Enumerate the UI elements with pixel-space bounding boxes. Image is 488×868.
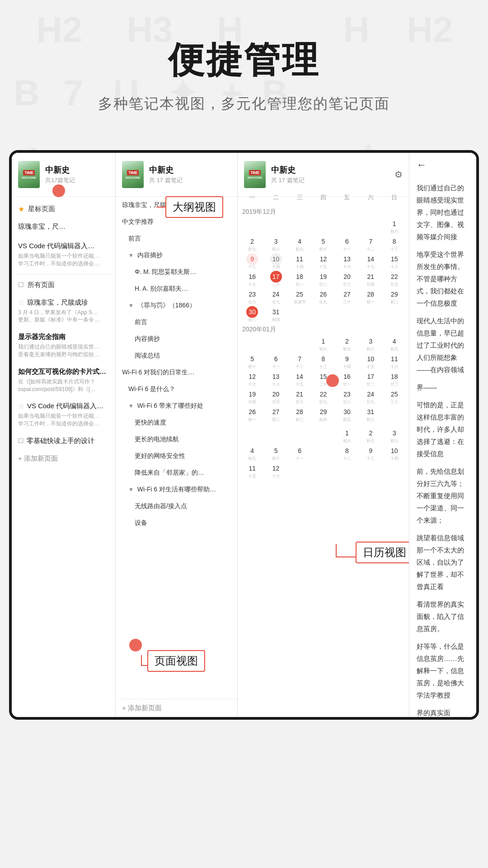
cal-day[interactable]: 23 廿六	[240, 288, 264, 305]
list-item-star-1[interactable]: ☆ 琼瑰非宝，尺牍成珍 3 月 4 日，苹果发布了《App S…更新。新版《标准…	[12, 294, 115, 329]
starred-pages-item[interactable]: ★ 星标页面	[12, 200, 115, 218]
cal-day[interactable]: 6 十一	[288, 444, 311, 462]
outline-item-14[interactable]: 更快的速度	[116, 414, 237, 431]
outline-item-15[interactable]: 更长的电池续航	[116, 431, 237, 448]
cal-day[interactable]: 10 十四	[383, 444, 406, 462]
cal-day[interactable]: 31 初四	[264, 305, 287, 323]
outline-item-4[interactable]: ▼ 内容摘抄	[116, 247, 237, 264]
cal-day[interactable]: 22 廿七	[311, 387, 335, 405]
settings-icon[interactable]: ⚙	[394, 169, 403, 180]
cal-day[interactable]: 26 廿九	[311, 288, 335, 305]
outline-item-11[interactable]: Wi-Fi 6 对我们的日常生…	[116, 364, 237, 381]
cal-day[interactable]: 25 三十	[383, 387, 406, 405]
all-pages-item[interactable]: ☐ 所有页面	[12, 276, 115, 294]
cal-day[interactable]: 30 初三	[240, 305, 264, 323]
cal-day[interactable]: 21 廿四	[359, 270, 382, 288]
cal-day[interactable]: 11 十五	[240, 462, 264, 479]
cal-day[interactable]: 3 初八	[383, 426, 406, 444]
cal-day[interactable]: 27 三十	[335, 288, 359, 305]
add-page-button-2[interactable]: + 添加新页面	[116, 699, 237, 717]
cal-day[interactable]: 10 十五	[359, 352, 382, 370]
cal-day[interactable]: 16 廿一	[335, 370, 359, 387]
cal-day[interactable]: 23 廿八	[335, 387, 359, 405]
outline-item-7[interactable]: ▼ 《罪与罚》（1866）	[116, 297, 237, 314]
cal-day[interactable]: 20 廿五	[264, 387, 287, 405]
cal-day[interactable]: 6 十一	[264, 352, 287, 370]
cal-day[interactable]: 12 十七	[240, 370, 264, 387]
cal-day[interactable]: 11 十四	[288, 252, 311, 270]
outline-item-6[interactable]: H. A. 别尔嘉耶夫…	[116, 280, 237, 297]
cal-day[interactable]: 17 廿二	[359, 370, 382, 387]
cal-day[interactable]: 2 初七	[240, 235, 264, 252]
cal-day[interactable]: 8 十三	[311, 352, 335, 370]
cal-day[interactable]: 19 廿四	[240, 387, 264, 405]
outline-item-12[interactable]: Wi-Fi 6 是什么？	[116, 381, 237, 397]
list-item-display[interactable]: 显示器完全指南 我们通过自己的眼睛感受现实世…受着毫无束缚的视野与绚烂缤纷…	[12, 328, 115, 363]
outline-item-13[interactable]: ▼ Wi-Fi 6 带来了哪些好处	[116, 397, 237, 414]
cal-day[interactable]: 7 十二	[359, 235, 382, 252]
cal-day[interactable]: 30 初五	[335, 405, 359, 423]
cal-day[interactable]: 3 初八	[264, 235, 287, 252]
outline-item-16[interactable]: 更好的网络安全性	[116, 448, 237, 464]
cal-day[interactable]: 11 十六	[383, 352, 406, 370]
cal-day[interactable]: 3 初八	[359, 335, 382, 352]
cal-day[interactable]: 4 初九	[383, 335, 406, 352]
cal-day[interactable]: 19 廿二	[311, 270, 335, 288]
cal-day[interactable]: 9 十四	[335, 352, 359, 370]
cal-day[interactable]: 27 初二	[264, 405, 287, 423]
cal-day[interactable]: 16 十九	[240, 270, 264, 288]
cal-day[interactable]: 18 廿三	[383, 370, 406, 387]
outline-item-18[interactable]: ▼ Wi-Fi 6 对生活有哪些帮助…	[116, 481, 237, 498]
cal-day[interactable]: 5 初十	[264, 444, 287, 462]
cal-day[interactable]: 10 十四	[264, 252, 287, 270]
cal-day[interactable]: 8 十三	[383, 235, 406, 252]
cal-day[interactable]: 14 十七	[359, 252, 382, 270]
cal-day[interactable]: 28 初三	[288, 405, 311, 423]
cal-day[interactable]: 5 初十	[240, 352, 264, 370]
cal-day[interactable]: 18 廿一	[288, 270, 311, 288]
cal-day[interactable]: 24 廿七	[264, 288, 287, 305]
outline-item-17[interactable]: 降低来自「邻居家」的…	[116, 464, 237, 481]
cal-day[interactable]: 21 廿六	[288, 387, 311, 405]
cal-day[interactable]: 17 二十	[264, 270, 287, 288]
list-item-design[interactable]: ☐ 零基础快读上手的设计	[12, 432, 115, 450]
cal-day[interactable]: 8 十二	[335, 444, 359, 462]
cal-day[interactable]: 1 初六	[335, 426, 359, 444]
cal-day[interactable]: 20 廿三	[335, 270, 359, 288]
cal-day[interactable]: 22 廿五	[383, 270, 406, 288]
cal-day[interactable]: 25 圣诞节	[288, 288, 311, 305]
cal-day[interactable]: 29 初二	[383, 288, 406, 305]
list-item-star-2[interactable]: ☆ VS Code 代码编辑器入… 如果当电脑只能装一个软件还能…学习工作时，不…	[12, 397, 115, 432]
cal-day[interactable]: 14 十九	[288, 370, 311, 387]
cal-day[interactable]: 2 初七	[359, 426, 382, 444]
cal-day[interactable]: 26 初一	[240, 405, 264, 423]
cal-day[interactable]: 1 初六	[383, 217, 406, 235]
cal-day[interactable]: 5 初十	[311, 235, 335, 252]
cal-day[interactable]: 15 十八	[383, 252, 406, 270]
cal-day[interactable]: 29 初四	[311, 405, 335, 423]
outline-item-9[interactable]: 内容摘抄	[116, 330, 237, 347]
cal-day[interactable]: 1 初六	[311, 335, 335, 352]
cal-day[interactable]: 4 初九	[240, 444, 264, 462]
cal-day[interactable]: 13 十六	[335, 252, 359, 270]
cal-day[interactable]: 4 初九	[288, 235, 311, 252]
back-button[interactable]: ←	[409, 153, 476, 177]
outline-item-10[interactable]: 阅读总结	[116, 347, 237, 364]
cal-day[interactable]: 2 初七	[335, 335, 359, 352]
outline-item-8[interactable]: 前言	[116, 314, 237, 330]
outline-item-5[interactable]: Φ. M. 陀思妥耶夫斯…	[116, 264, 237, 280]
cal-day[interactable]: 7 十二	[288, 352, 311, 370]
cal-day[interactable]: 31 初六	[359, 405, 382, 423]
cal-day[interactable]: 9 十三	[359, 444, 382, 462]
outline-item-20[interactable]: 设备	[116, 514, 237, 531]
cal-day[interactable]: 6 十一	[335, 235, 359, 252]
outline-item-19[interactable]: 无线路由器/接入点	[116, 498, 237, 514]
cal-day[interactable]: 28 初一	[359, 288, 382, 305]
list-item-1[interactable]: 琼瑰非宝，尺…	[12, 218, 115, 237]
cal-day[interactable]: 12 十六	[264, 462, 287, 479]
add-page-button-1[interactable]: + 添加新页面	[12, 450, 115, 467]
cal-day[interactable]: 12 十五	[311, 252, 335, 270]
cal-day[interactable]: 24 廿九	[359, 387, 382, 405]
outline-item-3[interactable]: 前言	[116, 230, 237, 247]
list-item-2[interactable]: VS Code 代码编辑器入… 如果当电脑只能装一个软件还能…学习工作时，不知道…	[12, 237, 115, 272]
